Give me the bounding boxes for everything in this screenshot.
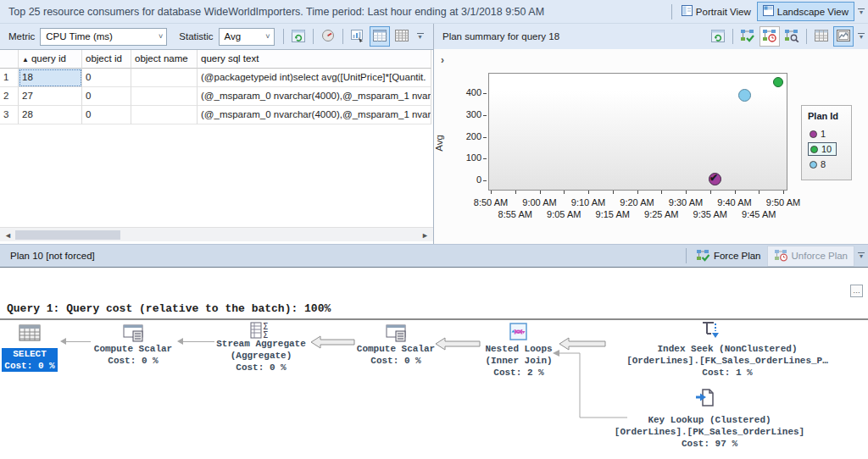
plan-node-label: (Aggregate) [198,350,325,362]
legend-label: 1 [821,129,826,139]
plan-node-label: [OrderLines].[PK_Sales_OrderLines] [604,426,815,438]
chart-point-plan-8[interactable] [738,89,751,102]
cell-query_id[interactable]: 18 [19,69,82,87]
column-header-query-sql-text[interactable]: query sql text [198,50,431,69]
plan-node-label: Stream Aggregate [198,338,325,350]
plan-node-label: [OrderLines].[FK_Sales_OrderLines_P… [617,355,837,367]
x-axis-tick-mark [588,191,589,194]
cell-query_id[interactable]: 28 [19,106,82,124]
column-header-query-id[interactable]: ▲query id [19,50,82,69]
x-axis-tick-label: 9:50 AM [760,197,806,207]
cell-object_id[interactable]: 0 [82,87,131,106]
scrollbar-thumb[interactable] [15,230,120,240]
table-row[interactable]: 2270(@_msparam_0 nvarchar(4000),@_mspara… [0,87,433,106]
x-axis-tick-label: 9:30 AM [663,197,709,207]
forced-plan-button[interactable] [760,26,780,47]
legend-item-plan-8[interactable]: 8 [808,158,837,170]
y-axis-tick-label: 400 [444,87,481,97]
plan-node-compute-scalar-2[interactable]: Compute ScalarCost: 0 % [349,343,442,367]
index-seek-icon[interactable] [698,320,723,340]
plan-node-nested-loops[interactable]: Nested Loops(Inner Join)Cost: 2 % [468,343,570,379]
cell-object_id[interactable]: 0 [82,69,131,87]
compute-scalar-icon[interactable] [120,324,146,345]
scroll-left-icon[interactable]: ◄ [4,231,12,240]
plan-query-text: Query 1: Query cost (relative to the bat… [0,267,868,320]
view-chart-button[interactable] [348,26,368,47]
x-axis-tick-mark [637,191,638,194]
plan-node-key-lookup[interactable]: Key Lookup (Clustered)[OrderLines].[PK_S… [604,414,815,450]
grid-header-row: ▲query idobject idobject namequery sql t… [0,50,433,69]
y-axis-tick-label: 0 [444,174,481,185]
portrait-view-button[interactable]: Portrait View [676,2,757,21]
x-axis-tick-mark [759,191,760,194]
metric-toolbar: Metric CPU Time (ms) ˅ Statistic Avg ˅ [0,24,433,49]
column-header-object-id[interactable]: object id [82,50,131,69]
legend-dot [810,130,817,138]
cell-query_id[interactable]: 27 [19,87,82,106]
view-raw-grid-button[interactable] [392,26,412,47]
cell-object_name[interactable] [131,87,198,106]
legend-item-plan-10[interactable]: 10 [808,142,837,156]
plan-node-label: SELECT [2,348,58,360]
plan-node-compute-scalar-1[interactable]: Compute ScalarCost: 0 % [86,343,180,367]
result-grid-icon[interactable] [17,324,42,345]
scroll-right-icon[interactable]: ► [421,231,429,240]
statistic-dropdown[interactable]: Avg ˅ [219,28,275,46]
x-axis-tick-label: 9:00 AM [517,197,563,207]
execution-plan-diagram: SELECTCost: 0 %Compute ScalarCost: 0 %ΣΣ… [0,320,868,459]
y-axis-tick-mark [483,115,487,116]
plan-summary-chart: › Avg Plan Id 1108 01002003004008:50 AM8… [434,49,868,244]
cell-query_sql_text[interactable]: (@packagetypeid int)select avg([UnitPric… [198,69,431,87]
landscape-view-button[interactable]: Landscape View [757,2,854,21]
compare-plan-button[interactable] [782,26,802,47]
track-query-button[interactable] [318,26,338,47]
plan-summary-toolbar: Plan summary for query 18 [434,24,868,49]
force-plan-button[interactable]: Force Plan [690,246,767,266]
expand-panel-button[interactable]: › [441,54,444,66]
table-row[interactable]: 3280(@_msparam_0 nvarchar(4000),@_mspara… [0,106,433,124]
cell-num[interactable]: 1 [0,69,19,87]
cell-object_name[interactable] [131,106,198,124]
chart-icon [351,30,364,44]
compute-scalar-icon[interactable] [383,324,409,345]
expand-query-text-button[interactable]: … [850,285,863,297]
view-grid-button[interactable] [370,26,390,47]
x-axis-tick-label: 9:15 AM [590,209,636,219]
cell-query_sql_text[interactable]: (@_msparam_0 nvarchar(4000),@_msparam_1 … [198,87,431,106]
toolbar-overflow-button[interactable]: ▾ [857,33,865,40]
legend-item-plan-1[interactable]: 1 [808,128,837,140]
plan-chart-view-button[interactable] [833,26,854,47]
horizontal-scrollbar[interactable]: ◄ ► [0,227,433,241]
cell-num[interactable]: 3 [0,106,19,124]
x-axis-tick-mark [735,191,736,194]
report-header: Top 25 resource consumers for database W… [0,0,868,24]
plan-node-index-seek[interactable]: Index Seek (NonClustered)[OrderLines].[F… [617,343,837,379]
metric-dropdown[interactable]: CPU Time (ms) ˅ [40,28,167,46]
toolbar-overflow-button[interactable]: ▾ [416,33,425,40]
nested-loops-icon[interactable] [506,323,531,343]
key-lookup-icon[interactable] [693,388,718,408]
cell-object_id[interactable]: 0 [82,106,131,124]
check-plan-button[interactable] [737,26,758,47]
chart-legend: Plan Id 1108 [801,105,852,180]
column-header-object-name[interactable]: object name [131,50,198,69]
cell-object_name[interactable] [131,69,198,87]
refresh-query-button[interactable] [288,26,309,47]
unforce-plan-button[interactable]: Unforce Plan [767,246,854,267]
plan-grid-view-button[interactable] [811,26,832,47]
table-row[interactable]: 1180(@packagetypeid int)select avg([Unit… [0,69,433,87]
header-overflow-button[interactable]: ▾ [857,8,865,15]
metric-label: Metric [8,31,35,41]
column-header-row-number[interactable] [0,50,19,69]
cell-query_sql_text[interactable]: (@_msparam_0 nvarchar(4000),@_msparam_1 … [198,106,431,124]
legend-label: 10 [821,144,832,154]
plan-node-select[interactable]: SELECTCost: 0 % [2,348,58,372]
plan-summary-panel: Plan summary for query 18 [433,24,868,244]
refresh-plan-summary-button[interactable] [708,26,728,47]
unforce-plan-icon [774,249,788,263]
x-axis-tick-label: 8:55 AM [492,209,538,219]
cell-num[interactable]: 2 [0,87,19,106]
legend-dot [810,146,818,153]
plan-node-stream-aggregate[interactable]: Stream Aggregate(Aggregate)Cost: 0 % [198,338,325,373]
toolbar-overflow-button[interactable]: ▾ [857,252,865,259]
